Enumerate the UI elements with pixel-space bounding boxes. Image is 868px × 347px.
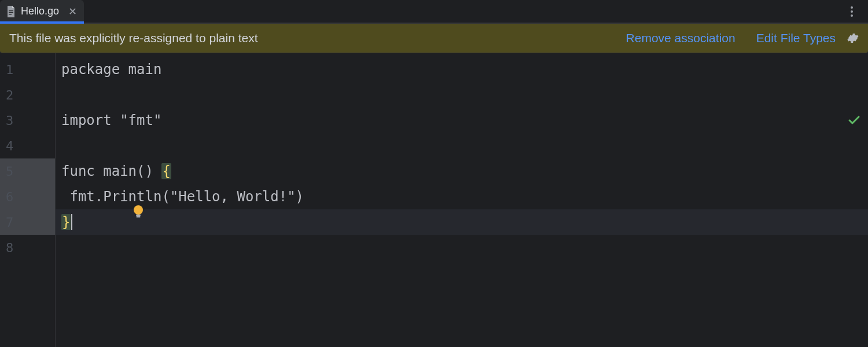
svg-rect-4 — [136, 215, 141, 216]
svg-point-3 — [134, 205, 143, 215]
code-line: func main() { — [56, 158, 868, 184]
code-view[interactable]: package main import "fmt" func main() { … — [56, 53, 868, 347]
line-number[interactable]: 1 — [0, 57, 55, 82]
active-tab-indicator — [0, 21, 84, 24]
line-number[interactable]: 8 — [0, 235, 55, 260]
code-text: fmt.Println("Hello, World!") — [61, 189, 304, 205]
editor-tab-bar: Hello.go ✕ — [0, 0, 868, 23]
file-type-notification-banner: This file was explicitly re-assigned to … — [0, 23, 868, 53]
code-text: package main — [61, 61, 161, 77]
code-line: import "fmt" — [56, 108, 868, 133]
code-line: package main — [56, 57, 868, 82]
line-number[interactable]: 3 — [0, 108, 55, 133]
close-icon[interactable]: ✕ — [68, 5, 77, 18]
code-text: func main() — [61, 163, 161, 179]
line-number[interactable]: 5 — [0, 158, 55, 184]
intention-bulb-icon[interactable] — [65, 189, 78, 204]
code-line-active: } — [56, 209, 868, 235]
code-text: import "fmt" — [61, 112, 161, 128]
kebab-menu-icon[interactable] — [845, 5, 859, 19]
code-line — [56, 133, 868, 158]
svg-rect-1 — [9, 12, 13, 13]
line-number-gutter[interactable]: 1 2 3 4 5 6 7 8 — [0, 53, 56, 347]
svg-rect-5 — [136, 216, 140, 217]
svg-rect-0 — [9, 10, 13, 11]
line-number[interactable]: 2 — [0, 82, 55, 108]
svg-rect-2 — [9, 14, 12, 14]
banner-message: This file was explicitly re-assigned to … — [9, 31, 605, 45]
code-line — [56, 235, 868, 260]
line-number[interactable]: 4 — [0, 133, 55, 158]
gear-icon[interactable] — [846, 32, 859, 45]
edit-file-types-link[interactable]: Edit File Types — [756, 31, 836, 45]
tab-filename: Hello.go — [21, 5, 59, 17]
line-number[interactable]: 7 — [0, 209, 55, 235]
ok-check-icon[interactable] — [847, 113, 861, 127]
code-line — [56, 82, 868, 108]
editor-tab-active[interactable]: Hello.go ✕ — [0, 0, 84, 23]
code-line: fmt.Println("Hello, World!") — [56, 184, 868, 209]
remove-association-link[interactable]: Remove association — [626, 31, 735, 45]
line-number[interactable]: 6 — [0, 184, 55, 209]
matched-brace: { — [161, 163, 171, 179]
editor-area: 1 2 3 4 5 6 7 8 package main import "fmt… — [0, 53, 868, 347]
file-icon — [6, 5, 16, 18]
